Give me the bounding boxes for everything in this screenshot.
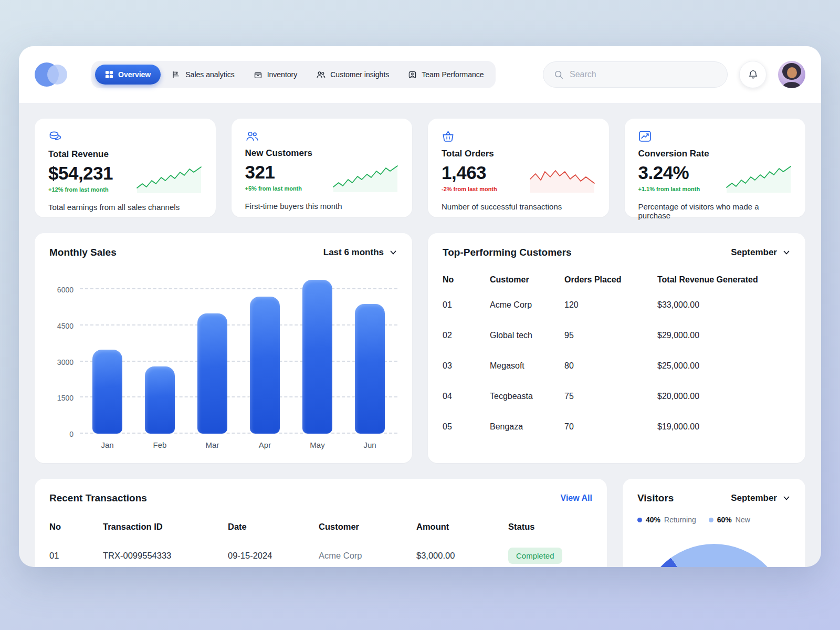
- y-axis-tick: 0: [69, 430, 74, 438]
- sales-range-selector[interactable]: Last 6 months: [323, 247, 397, 258]
- dashboard-panel: Overview Sales analytics Inventory Custo…: [19, 46, 821, 567]
- y-axis-tick: 4500: [57, 322, 74, 330]
- stat-value: 3.24%: [638, 162, 700, 183]
- tab-label: Team Performance: [422, 70, 484, 79]
- customer-row: 05Bengaza70$19,000.00: [443, 412, 791, 442]
- stat-card-conversion-rate: Conversion Rate 3.24% +1.1% from last mo…: [625, 119, 806, 217]
- cell: 95: [564, 331, 657, 340]
- bar-jun[interactable]: [355, 304, 385, 434]
- middle-row: Monthly Sales Last 6 months 015003000450…: [35, 233, 805, 463]
- bar-may[interactable]: [302, 280, 332, 434]
- cell: 02: [443, 331, 490, 340]
- column-header: Total Revenue Generated: [657, 275, 791, 285]
- stat-card-total-orders: Total Orders 1,463 -2% from last month N…: [428, 119, 609, 217]
- users-icon: [245, 130, 259, 142]
- nav-tabs: Overview Sales analytics Inventory Custo…: [91, 61, 496, 88]
- column-header: Status: [508, 522, 592, 532]
- cell: Bengaza: [490, 422, 564, 432]
- stat-change: -2% from last month: [442, 186, 497, 192]
- cell: 80: [564, 361, 657, 371]
- column-header: Date: [228, 522, 319, 532]
- tab-overview[interactable]: Overview: [95, 65, 161, 85]
- inventory-icon: [254, 70, 262, 79]
- stat-change: +1.1% from last month: [638, 186, 700, 192]
- chart-bars: Jan Feb Mar Apr May Jun: [80, 276, 397, 434]
- stat-value: 321: [245, 162, 302, 183]
- tx-date: 09-15-2024: [228, 551, 319, 561]
- visitors-card: Visitors September 40% Returning 60% New: [623, 479, 805, 567]
- notifications-button[interactable]: [739, 61, 766, 88]
- visitors-title: Visitors: [637, 492, 674, 504]
- customer-row: 04Tecgbeasta75$20,000.00: [443, 381, 791, 412]
- tab-label: Overview: [118, 70, 151, 79]
- sales-range-label: Last 6 months: [323, 247, 384, 258]
- chart-plot-area: Jan Feb Mar Apr May Jun: [80, 276, 397, 434]
- x-axis-label: Apr: [259, 440, 271, 449]
- trend-sparkline-down-icon: [529, 163, 595, 194]
- chart-icon: [638, 130, 652, 142]
- view-all-link[interactable]: View All: [561, 494, 592, 503]
- top-navigation-bar: Overview Sales analytics Inventory Custo…: [19, 46, 821, 103]
- tx-customer: Acme Corp: [319, 551, 416, 561]
- top-customers-title: Top-Performing Customers: [443, 247, 572, 258]
- cell: 01: [443, 300, 490, 310]
- customers-table-header: NoCustomerOrders PlacedTotal Revenue Gen…: [443, 272, 791, 290]
- user-avatar[interactable]: [778, 61, 805, 88]
- monthly-sales-bar-chart: 01500300045006000 Jan Feb Mar Apr May Ju…: [49, 276, 397, 434]
- monthly-sales-title: Monthly Sales: [49, 247, 117, 258]
- cell: 70: [564, 422, 657, 432]
- stat-card-total-revenue: Total Revenue $54,231 +12% from last mon…: [35, 119, 216, 217]
- bar-mar[interactable]: [197, 313, 227, 434]
- customers-icon: [316, 70, 326, 79]
- legend-label: New: [736, 516, 750, 524]
- basket-icon: [442, 130, 455, 142]
- stats-row: Total Revenue $54,231 +12% from last mon…: [35, 119, 805, 217]
- tx-id: TRX-0099554333: [103, 551, 228, 561]
- cell: $19,000.00: [657, 422, 791, 432]
- trend-sparkline-up-icon: [332, 163, 398, 193]
- y-axis-tick: 1500: [57, 394, 74, 402]
- coins-icon: [48, 130, 62, 143]
- cell: 75: [564, 392, 657, 401]
- tab-sales-analytics[interactable]: Sales analytics: [164, 65, 242, 85]
- stat-title: Total Orders: [442, 149, 595, 159]
- recent-transactions-card: Recent Transactions View All NoTransacti…: [35, 479, 607, 567]
- x-axis-label: Mar: [206, 440, 219, 449]
- y-axis-tick: 3000: [57, 358, 74, 366]
- trend-sparkline-up-icon: [726, 163, 792, 194]
- tab-team-performance[interactable]: Team Performance: [400, 65, 491, 85]
- dashboard-content: Total Revenue $54,231 +12% from last mon…: [19, 103, 821, 567]
- bar-feb[interactable]: [145, 366, 175, 434]
- cell: 04: [443, 392, 490, 401]
- search-input[interactable]: [570, 70, 717, 79]
- cell: 120: [564, 300, 657, 310]
- top-customers-card: Top-Performing Customers September NoCus…: [428, 233, 805, 463]
- legend-item-new: 60% New: [709, 516, 750, 524]
- visitors-pie-chart: [640, 544, 788, 567]
- top-customers-period-selector[interactable]: September: [731, 247, 791, 258]
- y-axis: 01500300045006000: [49, 276, 74, 434]
- stat-title: New Customers: [245, 148, 399, 159]
- chevron-down-icon: [782, 494, 791, 502]
- y-axis-tick: 6000: [57, 286, 74, 294]
- legend-item-returning: 40% Returning: [637, 516, 696, 524]
- customer-row: 01Acme Corp120$33,000.00: [443, 290, 791, 320]
- bar-jan[interactable]: [92, 350, 122, 434]
- tab-label: Customer insights: [330, 70, 389, 79]
- chevron-down-icon: [389, 248, 397, 257]
- tab-customer-insights[interactable]: Customer insights: [308, 65, 397, 84]
- bar-apr[interactable]: [250, 297, 280, 434]
- chevron-down-icon: [782, 248, 791, 257]
- bar-column-feb: Feb: [145, 276, 175, 434]
- search-bar[interactable]: [543, 61, 728, 88]
- bottom-row: Recent Transactions View All NoTransacti…: [35, 479, 805, 567]
- stat-title: Total Revenue: [48, 149, 202, 160]
- tab-inventory[interactable]: Inventory: [246, 65, 306, 85]
- stat-description: Total earnings from all sales channels: [48, 203, 202, 212]
- top-customers-table: NoCustomerOrders PlacedTotal Revenue Gen…: [443, 272, 791, 442]
- transactions-table-header: NoTransaction IDDateCustomerAmountStatus: [49, 522, 592, 540]
- stat-description: First-time buyers this month: [245, 202, 399, 211]
- tx-amount: $3,000.00: [416, 551, 508, 561]
- visitors-period-selector[interactable]: September: [731, 493, 791, 503]
- x-axis-label: May: [310, 440, 324, 449]
